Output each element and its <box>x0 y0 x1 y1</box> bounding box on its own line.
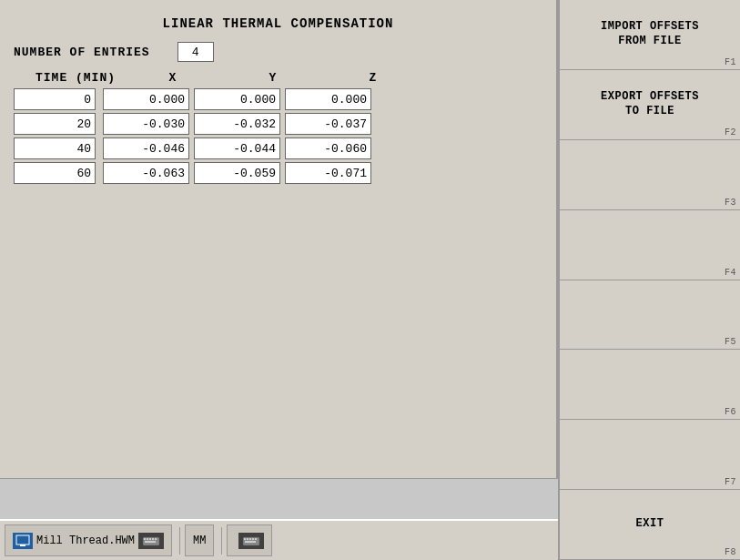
page-title: LINEAR THERMAL COMPENSATION <box>0 0 556 42</box>
time-cell-3[interactable] <box>14 162 96 184</box>
svg-rect-14 <box>255 538 257 540</box>
x-cell-3[interactable] <box>103 162 189 184</box>
status-secondary <box>0 478 558 519</box>
svg-rect-12 <box>249 538 251 540</box>
f7-button[interactable]: F7 <box>560 420 740 490</box>
svg-rect-1 <box>20 545 25 546</box>
f8-label: EXIT <box>636 517 664 532</box>
f1-button[interactable]: IMPORT OFFSETSFROM FILE F1 <box>560 0 740 70</box>
time-cell-1[interactable] <box>14 113 96 135</box>
f5-key: F5 <box>725 337 736 347</box>
f4-button[interactable]: F4 <box>560 210 740 280</box>
f6-key: F6 <box>725 407 736 417</box>
svg-rect-0 <box>16 535 29 545</box>
col-header-y: Y <box>223 71 323 85</box>
program-name: Mill Thread.HWM <box>36 535 135 547</box>
z-cell-0[interactable] <box>285 88 371 110</box>
entries-row: NUMBER OF ENTRIES <box>0 42 556 71</box>
svg-rect-10 <box>244 538 246 540</box>
col-header-time: TIME (MIN) <box>23 71 123 85</box>
z-cell-1[interactable] <box>285 113 371 135</box>
x-cell-1[interactable] <box>103 113 189 135</box>
z-cell-3[interactable] <box>285 162 371 184</box>
time-cell-0[interactable] <box>14 88 96 110</box>
x-cell-2[interactable] <box>103 137 189 159</box>
keyboard-icon <box>138 533 164 549</box>
table-row <box>14 88 542 110</box>
y-cell-0[interactable] <box>194 88 280 110</box>
f3-button[interactable]: F3 <box>560 140 740 210</box>
f4-key: F4 <box>725 268 736 278</box>
screen-icon <box>15 535 30 547</box>
sidebar: IMPORT OFFSETSFROM FILE F1 EXPORT OFFSET… <box>558 0 740 560</box>
f2-key: F2 <box>725 127 736 137</box>
f7-key: F7 <box>725 477 736 487</box>
column-headers: TIME (MIN) X Y Z <box>14 71 542 85</box>
f3-key: F3 <box>725 198 736 208</box>
entries-input[interactable] <box>177 42 214 62</box>
kb-svg <box>142 535 160 546</box>
x-cell-0[interactable] <box>103 88 189 110</box>
entries-label: NUMBER OF ENTRIES <box>14 46 150 59</box>
f5-button[interactable]: F5 <box>560 280 740 351</box>
f1-label: IMPORT OFFSETSFROM FILE <box>601 20 699 48</box>
svg-rect-6 <box>152 538 154 540</box>
y-cell-1[interactable] <box>194 113 280 135</box>
taskbar-separator-2 <box>221 527 222 555</box>
time-cell-2[interactable] <box>14 137 96 159</box>
col-header-z: Z <box>323 71 423 85</box>
y-cell-2[interactable] <box>194 137 280 159</box>
taskbar-separator <box>179 527 180 555</box>
col-header-x: X <box>123 71 223 85</box>
y-cell-3[interactable] <box>194 162 280 184</box>
svg-rect-4 <box>147 538 148 540</box>
kb-svg-2 <box>242 535 260 546</box>
units-display: MM <box>193 535 206 547</box>
f8-key: F8 <box>725 547 736 557</box>
f8-button[interactable]: EXIT F8 <box>560 490 740 560</box>
units-item[interactable]: MM <box>185 524 214 556</box>
svg-rect-3 <box>144 538 146 540</box>
svg-rect-8 <box>145 541 156 543</box>
program-icon <box>13 533 33 549</box>
data-table: TIME (MIN) X Y Z <box>0 71 556 184</box>
svg-rect-15 <box>245 541 256 543</box>
z-cell-2[interactable] <box>285 137 371 159</box>
table-row <box>14 137 542 159</box>
f6-button[interactable]: F6 <box>560 350 740 420</box>
svg-rect-5 <box>149 538 151 540</box>
main-panel: LINEAR THERMAL COMPENSATION NUMBER OF EN… <box>0 0 558 519</box>
keyboard-icon-2 <box>238 533 264 549</box>
keyboard-item[interactable] <box>227 524 272 556</box>
svg-rect-7 <box>155 538 157 540</box>
f1-key: F1 <box>725 57 736 67</box>
svg-rect-11 <box>247 538 248 540</box>
table-row <box>14 113 542 135</box>
table-row <box>14 162 542 184</box>
program-item[interactable]: Mill Thread.HWM <box>5 524 172 556</box>
f2-button[interactable]: EXPORT OFFSETSTO FILE F2 <box>560 70 740 140</box>
f2-label: EXPORT OFFSETSTO FILE <box>601 90 699 118</box>
svg-rect-13 <box>252 538 254 540</box>
